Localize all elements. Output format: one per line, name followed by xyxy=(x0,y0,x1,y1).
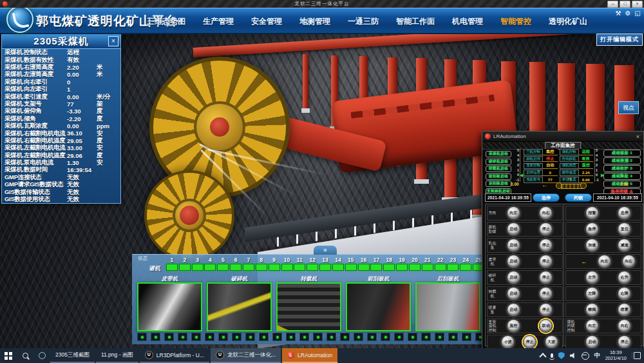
collapse-chevron-icon[interactable]: « xyxy=(314,246,337,255)
channel-status-indicator[interactable] xyxy=(192,264,204,271)
support-indicator[interactable] xyxy=(462,333,471,341)
tools-icon[interactable]: ⚒ xyxy=(614,10,622,17)
taskbar-app[interactable]: 11.png - 画图 xyxy=(96,348,138,363)
camera-feed[interactable] xyxy=(415,282,480,331)
support-indicator[interactable] xyxy=(299,333,309,341)
tray-volume-icon[interactable] xyxy=(570,353,576,358)
round-control-button[interactable]: 启动 xyxy=(507,255,520,268)
support-indicator[interactable] xyxy=(151,333,160,341)
channel-status-indicator[interactable] xyxy=(179,264,191,271)
support-indicator[interactable] xyxy=(327,333,336,341)
nav-item[interactable]: 地测管理 xyxy=(299,16,330,27)
support-indicator[interactable] xyxy=(394,333,404,341)
camera-feed[interactable] xyxy=(207,282,272,331)
support-indicator[interactable] xyxy=(218,333,228,341)
channel-status-indicator[interactable] xyxy=(332,264,344,271)
stop-button[interactable]: 急停 xyxy=(533,193,560,202)
support-indicator[interactable] xyxy=(191,333,201,341)
channel-status-indicator[interactable] xyxy=(383,264,395,271)
round-control-button[interactable]: 喷雾 xyxy=(618,303,631,317)
channel-status-indicator[interactable] xyxy=(319,264,331,271)
support-indicator[interactable] xyxy=(340,333,350,341)
channel-status-indicator[interactable] xyxy=(307,264,318,271)
round-control-button[interactable]: 停止 xyxy=(539,271,553,284)
support-indicator[interactable] xyxy=(354,333,363,341)
support-indicator[interactable] xyxy=(232,333,242,341)
nav-item[interactable]: 智能管控 xyxy=(500,16,531,27)
nav-item[interactable]: 三维态势图 xyxy=(147,16,185,27)
equipment-start-button[interactable]: 前刮板启动 xyxy=(486,173,511,180)
channel-status-indicator[interactable] xyxy=(166,264,178,271)
round-control-button[interactable]: 停止 xyxy=(539,303,553,317)
round-control-button[interactable]: 向右 xyxy=(539,206,553,220)
camera-feed[interactable] xyxy=(346,282,411,331)
tray-clock[interactable]: 16:39 2021/4/10 xyxy=(605,350,627,361)
round-control-button[interactable]: 启动 xyxy=(585,335,599,349)
taskbar-app[interactable]: U LR3DPlatform - U... xyxy=(140,348,209,363)
support-indicator[interactable] xyxy=(245,333,255,341)
notification-center-icon[interactable] xyxy=(632,352,641,359)
equipment-start-button[interactable]: 破碎机启动 xyxy=(486,159,511,165)
round-control-button[interactable]: 大波 xyxy=(545,335,558,349)
minimize-button[interactable]: – xyxy=(607,1,618,8)
round-control-button[interactable]: 向左 xyxy=(585,319,599,333)
round-control-button[interactable]: 停止 xyxy=(618,335,631,349)
nav-item[interactable]: 机电管理 xyxy=(452,16,483,27)
channel-status-indicator[interactable] xyxy=(370,264,382,271)
round-control-button[interactable]: 报警 xyxy=(585,206,599,220)
round-control-button[interactable]: 右升 xyxy=(618,271,631,284)
channel-status-indicator[interactable] xyxy=(217,264,229,271)
open-edit-mode-button[interactable]: 打开编辑模式 xyxy=(596,34,643,46)
support-indicator[interactable] xyxy=(286,333,296,341)
nav-item[interactable]: 透明化矿山 xyxy=(549,16,587,27)
group-action-button[interactable]: 成组推溜 2 xyxy=(603,157,641,164)
camera-feed[interactable] xyxy=(137,282,202,331)
tray-network-icon[interactable] xyxy=(582,352,589,360)
round-control-button[interactable]: 减速 xyxy=(618,239,631,252)
support-indicator[interactable] xyxy=(367,333,377,341)
channel-status-indicator[interactable] xyxy=(435,264,446,271)
round-control-button[interactable]: 左降 xyxy=(585,287,599,300)
tray-mic-icon[interactable] xyxy=(551,353,553,358)
cortana-icon[interactable] xyxy=(33,352,50,359)
round-control-button[interactable]: 向左 xyxy=(507,206,520,220)
round-control-button[interactable]: 停止 xyxy=(539,239,553,252)
support-indicator[interactable] xyxy=(164,333,174,341)
taskbar-app[interactable]: U 龙软二三维一体化... xyxy=(211,348,281,363)
channel-status-indicator[interactable] xyxy=(204,264,216,271)
support-indicator[interactable] xyxy=(421,333,431,341)
group-action-button[interactable]: 成组降架 4 xyxy=(603,173,641,180)
taskbar-app[interactable]: L LRAutomation xyxy=(282,348,337,363)
round-control-button[interactable]: 停止 xyxy=(539,222,553,236)
equipment-start-button[interactable]: 后刮板启动 xyxy=(486,181,511,187)
round-control-button[interactable]: 启动 xyxy=(507,222,520,236)
round-control-button[interactable]: 停止 xyxy=(539,287,553,300)
support-indicator[interactable] xyxy=(448,333,458,341)
channel-status-indicator[interactable] xyxy=(409,264,421,271)
round-control-button[interactable]: 向右 xyxy=(622,255,636,268)
round-control-button[interactable]: 启动 xyxy=(507,271,520,284)
channel-status-indicator[interactable] xyxy=(422,264,433,271)
support-indicator[interactable] xyxy=(313,333,323,341)
tray-language-indicator[interactable]: 中 xyxy=(594,351,600,360)
channel-status-indicator[interactable] xyxy=(230,264,242,271)
support-indicator[interactable] xyxy=(259,333,269,341)
equipment-start-button[interactable]: 转载机启动 xyxy=(486,166,511,172)
round-control-button[interactable]: 停止 xyxy=(539,255,553,268)
support-indicator[interactable] xyxy=(205,333,214,341)
support-indicator[interactable] xyxy=(381,333,390,341)
group-action-button[interactable]: 成组收护 3 xyxy=(603,165,641,172)
support-indicator[interactable] xyxy=(137,333,147,341)
settings-gear-icon[interactable]: ⚙ xyxy=(624,10,632,17)
group-action-button[interactable]: 成组移架 1 xyxy=(603,150,641,157)
tray-shield-icon[interactable] xyxy=(558,352,565,359)
round-control-button[interactable]: 停止 xyxy=(523,335,536,349)
nav-item[interactable]: 安全管理 xyxy=(251,16,282,27)
round-control-button[interactable]: 复位 xyxy=(618,222,631,236)
round-control-button[interactable]: 右降 xyxy=(618,287,631,300)
channel-status-indicator[interactable] xyxy=(294,264,305,271)
channel-status-indicator[interactable] xyxy=(447,264,459,271)
viewpoint-tab[interactable]: 视点 xyxy=(618,101,639,114)
channel-status-indicator[interactable] xyxy=(345,264,357,271)
round-control-button[interactable]: 向右 xyxy=(618,319,631,333)
